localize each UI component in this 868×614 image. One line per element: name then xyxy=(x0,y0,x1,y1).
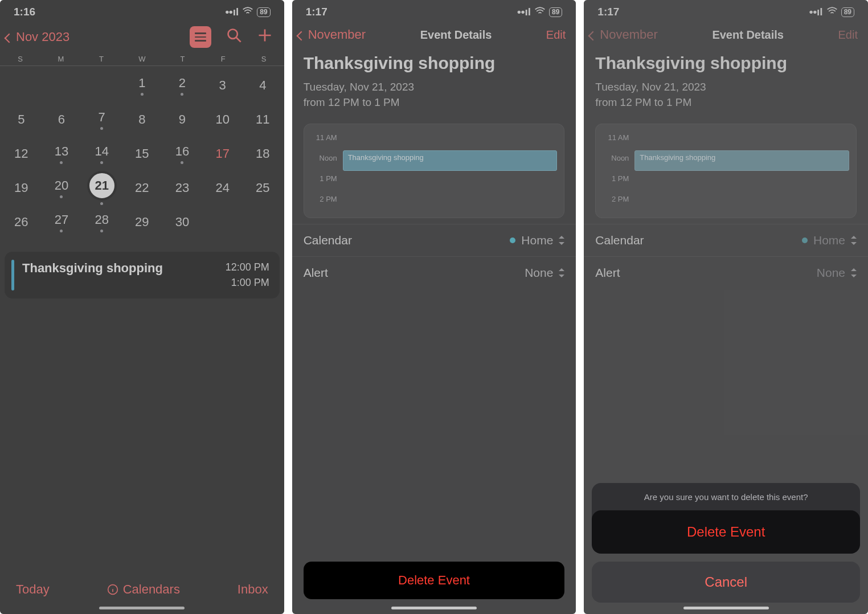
page-title: Event Details xyxy=(712,28,784,42)
day-cell[interactable]: 14 xyxy=(81,137,122,171)
home-indicator xyxy=(99,607,185,609)
day-cell[interactable]: 27 xyxy=(42,205,82,239)
mini-event[interactable]: Thanksgiving shopping xyxy=(343,150,558,171)
wifi-icon xyxy=(242,6,253,18)
row-calendar[interactable]: Calendar Home xyxy=(584,224,868,256)
calendar-color-dot xyxy=(802,238,808,243)
day-cell[interactable]: 19 xyxy=(1,171,42,205)
day-cell[interactable]: 22 xyxy=(122,171,162,205)
day-cell[interactable]: 26 xyxy=(1,205,42,239)
tab-today[interactable]: Today xyxy=(16,582,50,597)
back-button[interactable]: Nov 2023 xyxy=(6,30,69,44)
day-cell[interactable]: 20 xyxy=(42,171,82,205)
day-cell-selected[interactable]: 21 xyxy=(81,171,122,205)
row-alert[interactable]: Alert None xyxy=(584,256,868,289)
sheet-cancel-button[interactable]: Cancel xyxy=(592,562,860,603)
sheet-question: Are you sure you want to delete this eve… xyxy=(592,483,860,511)
chevron-left-icon xyxy=(6,30,15,44)
day-cell[interactable]: 16 xyxy=(162,137,203,171)
event-title: Thanksgiving shopping xyxy=(304,54,565,73)
weekday: F xyxy=(203,55,243,63)
day-cell[interactable]: 7 xyxy=(81,103,122,137)
back-label: Nov 2023 xyxy=(16,30,69,44)
tab-calendars[interactable]: Calendars xyxy=(107,582,180,597)
row-label: Alert xyxy=(595,266,620,280)
mini-schedule: 11 AM Noon Thanksgiving shopping 1 PM 2 … xyxy=(304,124,565,218)
info-icon xyxy=(107,584,118,595)
search-icon[interactable] xyxy=(226,27,242,47)
battery-badge: 89 xyxy=(841,7,854,17)
add-event-button[interactable] xyxy=(257,27,273,47)
day-cell[interactable]: 15 xyxy=(122,137,162,171)
day-cell[interactable]: 4 xyxy=(243,68,283,103)
day-cell[interactable]: 18 xyxy=(243,137,283,171)
chevron-left-icon xyxy=(589,27,599,42)
back-button[interactable]: November xyxy=(298,27,366,42)
day-cell[interactable]: 30 xyxy=(162,205,203,239)
sheet-delete-button[interactable]: Delete Event xyxy=(592,510,860,554)
day-cell[interactable]: 11 xyxy=(243,103,283,137)
action-sheet: Are you sure you want to delete this eve… xyxy=(592,483,860,603)
back-button[interactable]: November xyxy=(589,27,657,42)
day-cell[interactable] xyxy=(1,68,42,103)
svg-point-0 xyxy=(228,29,237,38)
day-cell[interactable]: 1 xyxy=(122,68,162,103)
screen-event-details-confirm: 1:17 ••ıl 89 November Event Details Edit… xyxy=(584,0,868,614)
battery-badge: 89 xyxy=(549,7,562,17)
hour-label: Noon xyxy=(603,154,629,162)
screen-calendar-month: 1:16 ••ıl 89 Nov 2023 xyxy=(0,0,284,614)
row-alert[interactable]: Alert None xyxy=(292,256,576,289)
event-subtitle: Tuesday, Nov 21, 2023 from 12 PM to 1 PM xyxy=(595,80,857,110)
day-cell[interactable]: 9 xyxy=(162,103,203,137)
day-cell[interactable]: 2 xyxy=(162,68,203,103)
updown-icon xyxy=(851,236,857,245)
chevron-left-icon xyxy=(298,27,307,42)
hour-label: 2 PM xyxy=(603,195,629,203)
status-icons: ••ıl 89 xyxy=(225,6,270,18)
hour-label: 11 AM xyxy=(603,133,629,142)
home-indicator xyxy=(683,607,769,609)
row-label: Alert xyxy=(304,266,328,280)
day-cell[interactable]: 23 xyxy=(162,171,203,205)
weekday: S xyxy=(243,55,284,63)
event-times: 12:00 PM 1:00 PM xyxy=(226,260,269,290)
day-cell[interactable]: 6 xyxy=(42,103,82,137)
status-bar: 1:17 ••ıl 89 xyxy=(584,0,868,22)
weekday: T xyxy=(162,55,203,63)
weekday: S xyxy=(0,55,40,63)
day-cell[interactable]: 25 xyxy=(243,171,283,205)
delete-event-button[interactable]: Delete Event xyxy=(304,562,565,599)
hour-label: 1 PM xyxy=(603,174,629,183)
edit-button[interactable]: Edit xyxy=(838,28,858,42)
event-title: Thanksgiving shopping xyxy=(22,260,218,290)
day-cell[interactable]: 5 xyxy=(1,103,42,137)
battery-badge: 89 xyxy=(257,7,270,17)
day-cell[interactable] xyxy=(42,68,82,103)
list-view-toggle[interactable] xyxy=(190,26,211,48)
day-cell[interactable]: 12 xyxy=(1,137,42,171)
row-calendar[interactable]: Calendar Home xyxy=(292,224,576,256)
tab-inbox[interactable]: Inbox xyxy=(238,582,268,597)
day-cell[interactable] xyxy=(81,68,122,103)
signal-icon: ••ıl xyxy=(809,6,823,18)
edit-button[interactable]: Edit xyxy=(546,28,566,42)
mini-event[interactable]: Thanksgiving shopping xyxy=(634,150,849,171)
day-cell[interactable] xyxy=(202,205,243,239)
day-cell[interactable]: 13 xyxy=(42,137,82,171)
hour-label: 1 PM xyxy=(311,174,337,183)
weekday-header: S M T W T F S xyxy=(0,51,284,66)
event-card[interactable]: Thanksgiving shopping 12:00 PM 1:00 PM xyxy=(5,252,280,298)
day-cell[interactable]: 8 xyxy=(122,103,162,137)
signal-icon: ••ıl xyxy=(225,6,239,18)
event-subtitle: Tuesday, Nov 21, 2023 from 12 PM to 1 PM xyxy=(304,80,565,110)
updown-icon xyxy=(559,236,564,245)
day-cell[interactable]: 3 xyxy=(202,68,243,103)
row-value: None xyxy=(525,266,553,280)
day-cell[interactable]: 17 xyxy=(202,137,243,171)
day-cell[interactable]: 28 xyxy=(81,205,122,239)
day-cell[interactable]: 10 xyxy=(202,103,243,137)
day-cell[interactable]: 29 xyxy=(122,205,162,239)
day-cell[interactable]: 24 xyxy=(202,171,243,205)
page-title: Event Details xyxy=(420,28,492,42)
day-cell[interactable] xyxy=(243,205,283,239)
